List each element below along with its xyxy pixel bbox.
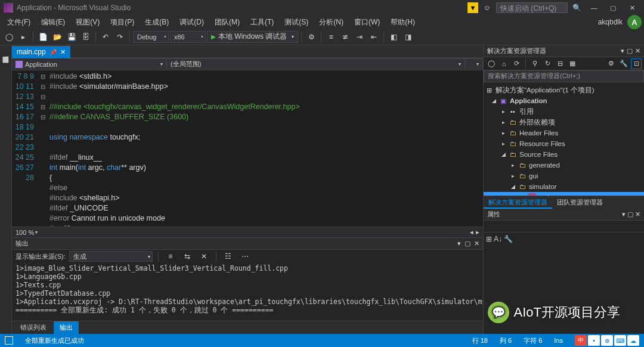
ime-badge[interactable]: 中 (575, 335, 587, 346)
ime-badge[interactable]: • (588, 335, 600, 346)
menu-file[interactable]: 文件(F) (2, 16, 35, 29)
panel-close-icon[interactable]: ✕ (635, 47, 640, 55)
scope-dropdown[interactable]: Application▾ (12, 60, 167, 69)
notification-icon[interactable]: ▼ (467, 2, 478, 13)
output-text[interactable]: 1>image_Blue_Slider_Vertical_Small_Slide… (12, 263, 483, 321)
output-more-icon[interactable]: ⋯ (239, 250, 252, 263)
bookmark-icon[interactable]: ◧ (387, 30, 400, 44)
function-dropdown[interactable]: (全局范围)▾ (167, 59, 465, 69)
redo-icon[interactable]: ↷ (113, 30, 126, 44)
platform-dropdown[interactable]: x86 (170, 31, 206, 43)
solution-explorer-tab[interactable]: 解决方案资源管理器 (484, 196, 552, 209)
scroll-right-icon[interactable]: ▸ (476, 228, 479, 236)
props-wrench-icon[interactable]: 🔧 (504, 235, 513, 243)
editor-zoom-bar: 100 %▾ ◂ ▸ (12, 227, 483, 237)
menu-view[interactable]: 视图(V) (71, 16, 104, 29)
output-tab[interactable]: 输出 (54, 321, 79, 334)
server-explorer-tab[interactable]: 服务器资源管理器 (0, 49, 11, 334)
save-all-icon[interactable]: 🗄 (79, 30, 92, 44)
output-wrap-icon[interactable]: ⇆ (181, 250, 194, 263)
props-pin-icon[interactable]: ▾ ▢ ✕ (622, 210, 640, 218)
properties-icon[interactable]: ⚙ (606, 58, 617, 69)
ime-badge[interactable]: ☁ (627, 335, 639, 346)
solution-search-input[interactable]: 搜索解决方案资源管理器(Ctrl+;) (484, 70, 644, 82)
feedback-icon[interactable]: ☺ (481, 1, 494, 14)
menu-build[interactable]: 生成(B) (140, 16, 174, 29)
props-object-dropdown[interactable] (484, 221, 644, 233)
file-tab-maincpp[interactable]: main.cpp 📌 ✕ (12, 46, 70, 58)
zoom-level[interactable]: 100 % (16, 229, 34, 236)
new-project-icon[interactable]: 📄 (36, 30, 49, 44)
uncomment-icon[interactable]: ≢ (339, 30, 352, 44)
team-explorer-tab[interactable]: 团队资源管理器 (552, 196, 608, 209)
pin-icon[interactable]: 📌 (49, 49, 57, 55)
menu-analyze[interactable]: 分析(N) (314, 16, 348, 29)
expand-icon[interactable]: ◢ (491, 98, 497, 104)
output-close-icon[interactable]: ✕ (474, 240, 479, 247)
refresh-icon[interactable]: ↻ (542, 58, 553, 69)
menu-test[interactable]: 测试(S) (280, 16, 313, 29)
quick-launch-search-icon[interactable]: 🔍 (570, 1, 583, 14)
output-clear-icon[interactable]: ≡ (164, 250, 177, 263)
solution-explorer-header: 解决方案资源管理器 ▾ ▢ ✕ (484, 45, 644, 57)
fold-gutter[interactable]: ⊟ ⊟ ⊟ ⊟ ⊟ (39, 70, 47, 227)
bookmark2-icon[interactable]: ◨ (401, 30, 414, 44)
config-dropdown[interactable]: Debug (133, 31, 169, 43)
view-code-icon[interactable]: ⊡ (631, 58, 642, 69)
undo-icon[interactable]: ↶ (99, 30, 112, 44)
indent-icon[interactable]: ⇥ (353, 30, 366, 44)
tool-icon-1[interactable]: ⚙ (305, 30, 318, 44)
member-dropdown[interactable]: ▾ (465, 61, 483, 67)
build-status-icon[interactable] (5, 336, 13, 345)
minimize-button[interactable]: — (586, 2, 602, 14)
menu-project[interactable]: 项目(P) (106, 16, 139, 29)
comment-icon[interactable]: ≡ (324, 30, 338, 44)
panel-dropdown-icon[interactable]: ▾ (621, 47, 624, 55)
home-icon[interactable]: ⌂ (499, 58, 509, 69)
output-dropdown-icon[interactable]: ▾ (457, 240, 461, 247)
folder-icon: 🗀 (509, 150, 517, 159)
menu-window[interactable]: 窗口(W) (349, 16, 385, 29)
output-source-dropdown[interactable]: 生成 (69, 251, 153, 262)
code-editor[interactable]: 7 8 9 10 11 12 13 14 15 16 17 18 19 20 2… (12, 70, 483, 227)
save-icon[interactable]: 💾 (65, 30, 78, 44)
username-label[interactable]: akqbdlk (598, 18, 623, 26)
pending-icon[interactable]: ⚲ (530, 58, 540, 69)
menu-debug[interactable]: 调试(D) (175, 16, 209, 29)
status-bar: 全部重新生成已成功 行 18 列 6 字符 6 Ins 中 • ⊕ ⌨ ☁ (0, 334, 644, 347)
close-tab-icon[interactable]: ✕ (60, 48, 66, 56)
categorize-icon[interactable]: ⊞ (486, 235, 492, 243)
nav-back-icon[interactable]: ◯ (2, 30, 16, 44)
menu-tools[interactable]: 工具(T) (246, 16, 278, 29)
collapse-icon[interactable]: ⊟ (555, 58, 565, 69)
nav-back-icon[interactable]: ◯ (486, 58, 497, 69)
menu-help[interactable]: 帮助(H) (386, 16, 420, 29)
sync-icon[interactable]: ⟳ (511, 58, 522, 69)
solution-toolbar: ◯ ⌂ ⟳ ⚲ ↻ ⊟ ▦ ⚙ 🔧 ⊡ (484, 57, 644, 70)
code-area[interactable]: #include <stdlib.h> #include <simulator/… (47, 70, 483, 227)
ime-badge[interactable]: ⌨ (614, 335, 626, 346)
preview-icon[interactable]: 🔧 (618, 58, 629, 69)
panel-pin-icon[interactable]: ▢ (627, 47, 633, 55)
open-icon[interactable]: 📂 (51, 30, 64, 44)
quick-launch-input[interactable]: 快速启动 (Ctrl+Q) (496, 2, 568, 13)
start-debug-button[interactable]: ▶本地 Windows 调试器▾ (207, 31, 298, 43)
menu-team[interactable]: 团队(M) (210, 16, 244, 29)
file-tab-label: main.cpp (17, 48, 46, 56)
solution-tree[interactable]: ⊞解决方案"Application"(1 个项目) ◢▣Application … (484, 82, 644, 196)
output-filter-icon[interactable]: ☷ (222, 250, 235, 263)
nav-fwd-icon[interactable]: ▸ (17, 30, 30, 44)
output-goto-icon[interactable]: ✕ (197, 250, 210, 263)
menu-edit[interactable]: 编辑(E) (36, 16, 70, 29)
showall-icon[interactable]: ▦ (567, 58, 578, 69)
ime-badge[interactable]: ⊕ (601, 335, 613, 346)
status-col: 列 6 (500, 336, 512, 345)
alpha-sort-icon[interactable]: A↓ (494, 235, 502, 243)
maximize-button[interactable]: ▢ (605, 2, 621, 14)
user-avatar[interactable]: A (627, 15, 642, 29)
outdent-icon[interactable]: ⇤ (367, 30, 380, 44)
scroll-left-icon[interactable]: ◂ (470, 228, 473, 236)
output-pin-icon[interactable]: ▢ (465, 240, 470, 247)
error-list-tab[interactable]: 错误列表 (14, 321, 52, 334)
close-button[interactable]: ✕ (624, 2, 640, 14)
